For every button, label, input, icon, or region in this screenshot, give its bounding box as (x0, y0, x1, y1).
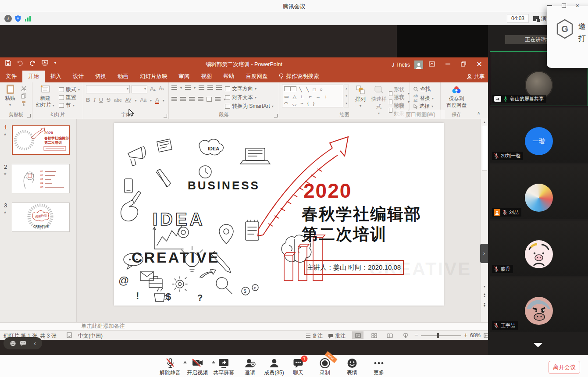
scroll-thumb[interactable] (482, 125, 487, 171)
account-area[interactable]: J Thetis (392, 60, 423, 69)
participant-tile[interactable]: 王宇喆 (490, 277, 588, 332)
quick-reaction-pill[interactable]: ‹ (4, 337, 42, 349)
ppt-close-icon[interactable]: ✕ (470, 57, 488, 71)
mic-options-caret[interactable] (183, 361, 187, 363)
scroll-participants-down-icon[interactable] (533, 343, 543, 347)
sidebar-collapse-handle[interactable]: › (480, 244, 488, 263)
zoom-out-button[interactable]: − (414, 331, 418, 338)
save-to-netdisk-button[interactable]: 保存到百度网盘 (444, 85, 469, 109)
tab-insert[interactable]: 插入 (45, 71, 67, 82)
slide-scrollbar[interactable]: ▲ ▼ ▲▲ ▼▼ (481, 119, 488, 322)
align-center-button[interactable] (180, 97, 186, 102)
tab-review[interactable]: 审阅 (173, 71, 196, 82)
strike-button[interactable]: S (107, 96, 110, 103)
collapse-ribbon-icon[interactable]: ∧ (477, 110, 480, 115)
record-button[interactable]: new 录制 (320, 358, 331, 377)
previous-slide-icon[interactable]: ▲▲ (482, 293, 487, 297)
tab-file[interactable]: 文件 (0, 71, 22, 82)
collapse-pill-icon[interactable]: ‹ (34, 340, 36, 347)
members-button[interactable]: 成员(35) (264, 358, 284, 377)
zoom-slider-thumb[interactable] (437, 333, 439, 338)
increase-indent-button[interactable] (207, 85, 213, 90)
shapes-gallery[interactable]: ╲ ╲ □ ○▭ △ ∟ ⌐ → ↓◠ ◡ ~ { } (282, 85, 343, 107)
tab-view[interactable]: 视图 (196, 71, 218, 82)
underline-button[interactable]: U (99, 96, 103, 103)
chat-bubble-icon[interactable] (20, 341, 26, 346)
tab-help[interactable]: 帮助 (218, 71, 240, 82)
participant-tile[interactable]: 一璇 20刘一璇 (490, 108, 588, 163)
ppt-minimize-icon[interactable] (439, 57, 456, 71)
font-color-button[interactable]: A (155, 97, 159, 104)
align-left-button[interactable] (171, 97, 177, 102)
layout-button[interactable]: 版式▾ (59, 86, 80, 93)
font-name-select[interactable] (86, 85, 130, 93)
line-spacing-button[interactable] (216, 85, 222, 90)
smiley-icon[interactable] (10, 340, 16, 347)
slide-thumbnail-panel[interactable]: 1 ★ 2020 春秋学社编辑部 第二次培训 2 ★ (0, 119, 77, 322)
strikethrough-abc-button[interactable]: abc (114, 97, 122, 103)
spellcheck-icon[interactable] (67, 332, 72, 338)
char-spacing-button[interactable]: AV (125, 97, 132, 103)
quick-styles-button[interactable]: 快速样式▾ (370, 85, 388, 115)
tell-me-search[interactable]: 操作说明搜索 (274, 71, 324, 82)
find-button[interactable]: 查找 (413, 85, 431, 93)
bullets-button[interactable] (171, 85, 177, 90)
scroll-down-icon[interactable]: ▼ (482, 285, 487, 288)
font-size-select[interactable] (132, 85, 147, 93)
text-direction-button[interactable]: 文字方向▾ (225, 85, 257, 92)
arrange-button[interactable]: 排列▾ (353, 85, 368, 108)
shapes-gallery-scroll[interactable]: ▴▾▾ (344, 85, 349, 107)
restore-icon[interactable] (562, 4, 566, 8)
close-icon[interactable]: × (576, 4, 579, 8)
align-right-button[interactable] (189, 97, 195, 102)
notes-toggle[interactable]: 备注 (306, 332, 323, 340)
zoom-slider-track[interactable] (421, 335, 461, 336)
reading-view-button[interactable] (384, 331, 396, 339)
share-screen-button[interactable]: 共享屏幕 (213, 358, 234, 377)
share-button[interactable]: 共享 (467, 71, 485, 82)
participant-tile[interactable]: 廖丹 (490, 221, 588, 276)
slide-thumbnail-3[interactable]: 感谢聆听 CREATIVE (12, 203, 70, 232)
minimize-icon[interactable] (547, 5, 552, 6)
justify-button[interactable] (198, 97, 203, 102)
smartart-button[interactable]: 转换为 SmartArt▾ (225, 103, 274, 110)
replace-button[interactable]: abac替换▾ (413, 94, 434, 103)
more-button[interactable]: 更多 (374, 358, 385, 377)
shrink-font-button[interactable]: A▾ (159, 85, 164, 92)
align-text-button[interactable]: 对齐文本▾ (225, 94, 257, 101)
shield-icon[interactable] (14, 15, 21, 22)
tab-design[interactable]: 设计 (67, 71, 89, 82)
format-painter-button[interactable] (21, 101, 26, 106)
bold-button[interactable]: B (86, 96, 90, 103)
notes-pane[interactable]: 单击此处添加备注 (0, 322, 488, 330)
meeting-info-icon[interactable]: i (4, 15, 12, 22)
slide-thumbnail-1[interactable]: 2020 春秋学社编辑部 第二次培训 (12, 125, 70, 155)
language-status[interactable]: 中文(中国) (78, 332, 103, 340)
participant-tile[interactable]: 刘喆 (490, 164, 588, 219)
comments-toggle[interactable]: 批注 (328, 332, 346, 340)
slide-editing-area[interactable]: $€ IDEA $ ? ! @ (77, 119, 481, 322)
tab-animations[interactable]: 动画 (112, 71, 134, 82)
paragraph-dialog-launcher[interactable] (274, 114, 278, 117)
tab-baidu-netdisk[interactable]: 百度网盘 (240, 71, 274, 82)
slide-thumbnail-2[interactable]: 0102030405 (12, 164, 70, 193)
ribbon-display-options-icon[interactable] (423, 57, 441, 71)
justify-low-button[interactable] (215, 97, 221, 102)
unmute-button[interactable]: 解除静音 (160, 358, 181, 377)
section-button[interactable]: 节▾ (59, 102, 75, 109)
invite-button[interactable]: 邀请 (244, 358, 256, 377)
new-slide-button[interactable]: 新建幻灯片 ▾ (35, 85, 55, 108)
italic-button[interactable]: I (93, 96, 95, 103)
select-button[interactable]: 选择▾ (413, 103, 433, 110)
zoom-in-button[interactable]: + (464, 331, 467, 338)
cut-button[interactable] (21, 86, 27, 91)
leave-meeting-button[interactable]: 离开会议 (549, 361, 580, 374)
invite-popup[interactable]: G 邀 打 (547, 6, 588, 68)
numbering-button[interactable] (185, 85, 191, 90)
emoji-button[interactable]: 表情 (347, 358, 358, 377)
tab-transitions[interactable]: 切换 (89, 71, 112, 82)
start-video-button[interactable]: 开启视频 (187, 358, 208, 377)
network-signal-icon[interactable] (25, 16, 31, 21)
paste-button[interactable]: 粘贴▾ (2, 85, 18, 107)
clipboard-dialog-launcher[interactable] (27, 114, 31, 117)
